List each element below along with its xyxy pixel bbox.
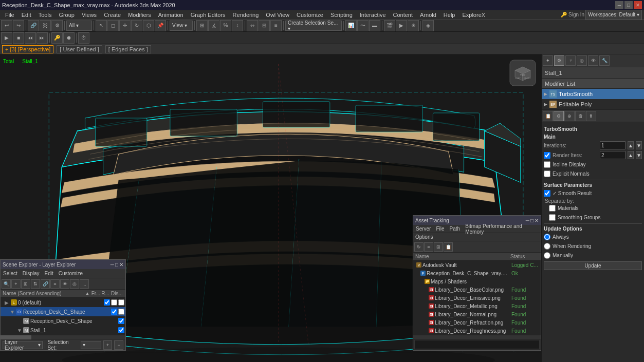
place-button[interactable]: 📌: [155, 20, 166, 31]
menu-tools[interactable]: Tools: [35, 11, 55, 18]
se-menu-customize[interactable]: Customize: [57, 270, 84, 277]
render-iters-checkbox[interactable]: [544, 152, 550, 159]
se-menu-display[interactable]: Display: [21, 270, 41, 277]
se-check-desk[interactable]: [118, 318, 124, 324]
menu-owl-view[interactable]: Owl View: [263, 11, 292, 18]
select-button[interactable]: ↖: [96, 20, 107, 31]
mirror-button[interactable]: ⇔: [247, 20, 258, 31]
se-visibility-btn[interactable]: 👁: [60, 279, 69, 289]
se-minimize[interactable]: ─: [111, 262, 114, 268]
se-layer-btn[interactable]: ≡: [50, 279, 60, 289]
render-iters-spinner[interactable]: 2: [600, 151, 625, 159]
menu-arnold[interactable]: Arnold: [417, 11, 439, 18]
menu-customize[interactable]: Customize: [293, 11, 326, 18]
modifier-tab-2[interactable]: ⚙: [554, 111, 564, 121]
at-details-btn[interactable]: 📋: [444, 242, 453, 252]
at-row-vault[interactable]: V Autodesk Vault Logged C...: [413, 261, 541, 269]
snap-toggle[interactable]: ⊞: [196, 20, 208, 31]
filter-dropdown[interactable]: All ▾: [66, 21, 92, 31]
menu-file[interactable]: File: [2, 11, 17, 18]
se-check-dis-default[interactable]: [118, 299, 124, 306]
view-dropdown[interactable]: View ▾: [170, 21, 193, 31]
at-refresh-btn[interactable]: ↻: [414, 242, 424, 252]
scale-button[interactable]: ⬡: [143, 20, 154, 31]
menu-animation[interactable]: Animation: [155, 11, 187, 18]
se-check-r-default[interactable]: [111, 299, 117, 306]
at-scrollbar[interactable]: [413, 335, 541, 339]
se-close[interactable]: ✕: [119, 262, 123, 268]
iterations-spinner[interactable]: 1: [600, 141, 625, 149]
dope-sheet-btn[interactable]: ▬: [369, 20, 380, 31]
at-row-metallic[interactable]: 🖼 Library_Decor_Metallic.png Found: [413, 302, 541, 310]
redo-button[interactable]: ↪: [13, 20, 24, 31]
create-selection-dropdown[interactable]: Create Selection Se... ▾: [285, 21, 342, 31]
close-button[interactable]: ✕: [634, 1, 642, 9]
link-button[interactable]: 🔗: [28, 20, 39, 31]
iterations-up[interactable]: ▲: [628, 141, 634, 149]
iterations-down[interactable]: ▼: [636, 141, 642, 149]
manually-radio[interactable]: [544, 252, 550, 259]
se-add-icon[interactable]: +: [103, 340, 113, 350]
maximize-button[interactable]: □: [624, 1, 633, 9]
se-row-stall[interactable]: ▼ M Stall_1: [1, 326, 125, 335]
hierarchy-panel-btn[interactable]: ⑂: [565, 55, 576, 66]
menu-help[interactable]: Help: [440, 11, 458, 18]
se-row-default[interactable]: ▶ L 0 (default): [1, 298, 125, 307]
bind-button[interactable]: ⚙: [51, 20, 63, 31]
graph-editors-btn[interactable]: 📊: [345, 20, 357, 31]
prev-frame-btn[interactable]: ⏮: [25, 32, 36, 44]
render-setup-btn[interactable]: 🎬: [384, 20, 395, 31]
se-add-btn[interactable]: +: [11, 279, 21, 289]
spinner-snap[interactable]: ↕: [232, 20, 243, 31]
play-btn[interactable]: ▶: [1, 32, 12, 44]
when-rendering-radio[interactable]: [544, 243, 550, 250]
se-scrollbar[interactable]: [1, 335, 125, 339]
stop-btn[interactable]: ■: [13, 32, 24, 44]
materials-checkbox[interactable]: [549, 205, 556, 212]
explicit-normals-checkbox[interactable]: [544, 170, 550, 177]
menu-edit[interactable]: Edit: [19, 11, 34, 18]
layer-explorer-dropdown[interactable]: Layer Explorer ▾: [3, 341, 43, 349]
undo-button[interactable]: ↩: [1, 20, 12, 31]
signin-button[interactable]: 🔑 Sign In: [561, 12, 584, 17]
material-editor-btn[interactable]: ◈: [422, 20, 434, 31]
next-frame-btn[interactable]: ⏭: [36, 32, 48, 44]
se-check-stall[interactable]: [118, 327, 124, 333]
workspaces-dropdown[interactable]: Workspaces: Default ▾: [585, 10, 642, 20]
modifier-tab-3[interactable]: ⊕: [564, 111, 575, 121]
se-check-reception[interactable]: [111, 309, 117, 315]
se-maximize[interactable]: □: [115, 262, 118, 268]
rotate-button[interactable]: ↻: [131, 20, 142, 31]
se-link-btn[interactable]: 🔗: [41, 279, 50, 289]
at-row-refraction[interactable]: 🖼 Library_Decor_Refraction.png Found: [413, 318, 541, 327]
utilities-panel-btn[interactable]: 🔧: [599, 55, 610, 66]
menu-views[interactable]: Views: [79, 11, 100, 18]
modifier-tab-1[interactable]: 📋: [543, 111, 553, 121]
create-panel-btn[interactable]: ✦: [543, 55, 553, 66]
se-extra-btn[interactable]: ...: [80, 279, 89, 289]
viewport-cube[interactable]: TOP LEFT FRONT: [507, 58, 538, 88]
at-menu-server[interactable]: Server: [414, 225, 432, 232]
unlink-button[interactable]: ⛓: [40, 20, 51, 31]
minimize-button[interactable]: ─: [615, 1, 623, 9]
at-input-bar[interactable]: [414, 340, 540, 349]
smoothing-groups-checkbox[interactable]: [549, 214, 556, 221]
se-scroll-thumb[interactable]: [1, 335, 31, 339]
display-panel-btn[interactable]: 👁: [588, 55, 598, 66]
menu-modifiers[interactable]: Modifiers: [125, 11, 154, 18]
angle-snap[interactable]: ∡: [208, 20, 219, 31]
at-menu-file[interactable]: File: [434, 225, 446, 232]
smooth-result-checkbox[interactable]: [544, 190, 550, 197]
se-menu-select[interactable]: Select: [2, 270, 19, 277]
render-iters-up[interactable]: ▲: [628, 151, 634, 159]
se-search-btn[interactable]: 🔍: [2, 279, 11, 289]
se-sort-btn[interactable]: ⇅: [31, 279, 40, 289]
modifier-tab-4[interactable]: 🗑: [575, 111, 585, 121]
update-button[interactable]: Update: [544, 261, 642, 270]
menu-create[interactable]: Create: [101, 11, 124, 18]
time-config-btn[interactable]: ⏱: [78, 32, 89, 44]
se-subtract-icon[interactable]: −: [114, 340, 123, 350]
menu-interactive[interactable]: Interactive: [357, 11, 389, 18]
se-render-btn[interactable]: ◎: [70, 279, 79, 289]
turbosmooth-modifier[interactable]: ▶ TS TurboSmooth: [542, 89, 644, 99]
